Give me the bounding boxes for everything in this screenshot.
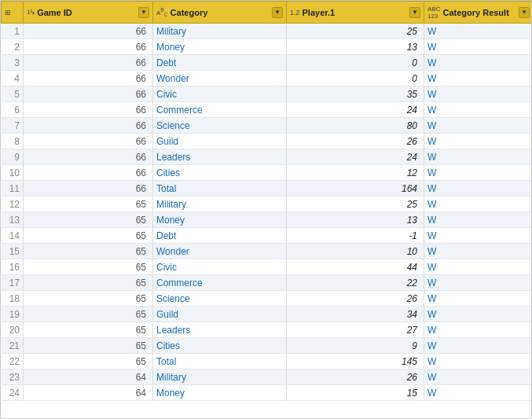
cell-cat-result: W — [424, 275, 533, 291]
col-header-cat-result[interactable]: ABC123 Category Result ▼ — [424, 2, 533, 24]
col-game-id-text: Game ID — [37, 8, 72, 17]
cell-cat-result: W — [424, 385, 533, 401]
table-row: 766Science80W — [2, 118, 533, 134]
cell-cat-result: W — [424, 118, 533, 134]
col-category-filter[interactable]: ▼ — [272, 7, 283, 18]
cell-category: Debt — [153, 55, 287, 71]
table-row: 1066Cities12W — [2, 165, 533, 181]
col-header-row-num-label: ⊞ — [5, 9, 11, 17]
table-row: 2464Money15W — [2, 385, 533, 401]
col-cat-result-filter[interactable]: ▼ — [519, 7, 530, 18]
table-row: 2265Total145W — [2, 354, 533, 369]
cell-game-id: 65 — [24, 244, 153, 259]
cell-player1: 22 — [287, 275, 424, 291]
col-header-cat-result-label: ABC123 Category Result — [427, 6, 509, 20]
cell-category: Civic — [153, 259, 287, 275]
col-header-game-id[interactable]: 1²₃ Game ID ▼ — [24, 2, 153, 24]
cell-row-num: 6 — [2, 102, 24, 118]
cell-row-num: 20 — [2, 322, 24, 338]
cell-category: Money — [153, 385, 287, 401]
cell-player1: 26 — [287, 291, 424, 307]
cell-game-id: 65 — [24, 197, 153, 212]
cell-cat-result: W — [424, 322, 533, 338]
cell-category: Leaders — [153, 149, 287, 165]
cell-category: Science — [153, 291, 287, 307]
cell-player1: 25 — [287, 197, 424, 212]
table-row: 1865Science26W — [2, 291, 533, 307]
cell-player1: -1 — [287, 228, 424, 244]
cell-game-id: 66 — [24, 24, 153, 39]
cell-player1: 10 — [287, 244, 424, 259]
cell-cat-result: W — [424, 259, 533, 275]
cell-row-num: 23 — [2, 369, 24, 385]
table-row: 1765Commerce22W — [2, 275, 533, 291]
cell-row-num: 19 — [2, 307, 24, 322]
table-row: 366Debt0W — [2, 55, 533, 71]
cell-row-num: 13 — [2, 212, 24, 228]
col-player1-text: Player.1 — [303, 8, 336, 17]
cell-category: Total — [153, 181, 287, 197]
col-game-id-filter[interactable]: ▼ — [138, 7, 149, 18]
cell-row-num: 17 — [2, 275, 24, 291]
data-table: ⊞ 1²₃ Game ID ▼ — [0, 0, 532, 419]
cell-game-id: 64 — [24, 369, 153, 385]
col-header-category[interactable]: ABC Category ▼ — [153, 2, 287, 24]
cell-game-id: 66 — [24, 55, 153, 71]
table-row: 2065Leaders27W — [2, 322, 533, 338]
cell-category: Debt — [153, 228, 287, 244]
cell-row-num: 9 — [2, 149, 24, 165]
cell-category: Cities — [153, 165, 287, 181]
col-header-category-label: ABC Category — [156, 7, 207, 17]
cell-row-num: 15 — [2, 244, 24, 259]
cell-row-num: 7 — [2, 118, 24, 134]
cell-cat-result: W — [424, 134, 533, 149]
cell-category: Science — [153, 118, 287, 134]
cell-row-num: 5 — [2, 86, 24, 102]
cell-game-id: 65 — [24, 322, 153, 338]
cell-cat-result: W — [424, 102, 533, 118]
cell-row-num: 8 — [2, 134, 24, 149]
cell-game-id: 65 — [24, 338, 153, 354]
table-row: 2364Military26W — [2, 369, 533, 385]
cell-category: Money — [153, 39, 287, 55]
cell-player1: 26 — [287, 369, 424, 385]
cell-category: Civic — [153, 86, 287, 102]
cell-player1: 9 — [287, 338, 424, 354]
cell-game-id: 66 — [24, 102, 153, 118]
cell-game-id: 66 — [24, 134, 153, 149]
col-player1-filter[interactable]: ▼ — [409, 7, 420, 18]
cell-category: Guild — [153, 134, 287, 149]
cell-category: Guild — [153, 307, 287, 322]
cell-game-id: 65 — [24, 212, 153, 228]
cell-player1: 145 — [287, 354, 424, 369]
cell-category: Military — [153, 24, 287, 39]
table-row: 166Military25W — [2, 24, 533, 39]
col-header-player1[interactable]: 1.2 Player.1 ▼ — [287, 2, 424, 24]
table-row: 866Guild26W — [2, 134, 533, 149]
cell-game-id: 65 — [24, 307, 153, 322]
cell-cat-result: W — [424, 228, 533, 244]
cell-row-num: 3 — [2, 55, 24, 71]
table-row: 1465Debt-1W — [2, 228, 533, 244]
cell-cat-result: W — [424, 369, 533, 385]
table-row: 966Leaders24W — [2, 149, 533, 165]
cell-cat-result: W — [424, 55, 533, 71]
cell-player1: 0 — [287, 55, 424, 71]
cell-player1: 34 — [287, 307, 424, 322]
cell-player1: 13 — [287, 39, 424, 55]
cell-row-num: 2 — [2, 39, 24, 55]
cell-cat-result: W — [424, 338, 533, 354]
table-row: 1565Wonder10W — [2, 244, 533, 259]
cell-cat-result: W — [424, 71, 533, 86]
cell-row-num: 16 — [2, 259, 24, 275]
cell-game-id: 66 — [24, 71, 153, 86]
cell-category: Money — [153, 212, 287, 228]
table-row: 266Money13W — [2, 39, 533, 55]
cell-cat-result: W — [424, 307, 533, 322]
col-cat-result-icon: ABC123 — [427, 6, 440, 20]
cell-game-id: 65 — [24, 275, 153, 291]
cell-player1: 13 — [287, 212, 424, 228]
cell-cat-result: W — [424, 86, 533, 102]
cell-player1: 12 — [287, 165, 424, 181]
cell-row-num: 1 — [2, 24, 24, 39]
